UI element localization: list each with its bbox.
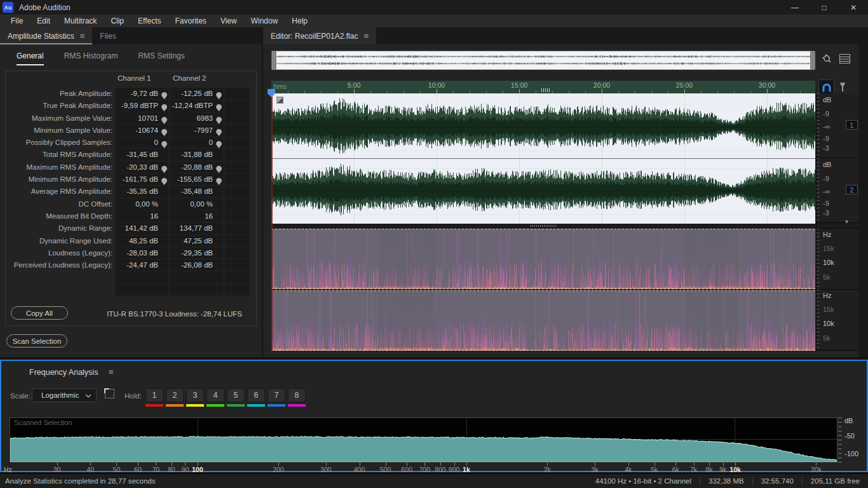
menu-effects[interactable]: Effects <box>131 15 168 27</box>
menu-bar: FileEditMultitrackClipEffectsFavoritesVi… <box>0 15 868 27</box>
stat-row-label: Maximum Sample Value: <box>6 112 112 125</box>
freq-axis-label: 200 <box>273 466 284 473</box>
stat-row-label: DC Offset: <box>6 198 112 210</box>
stat-value: 134,77 dB <box>180 222 213 234</box>
menu-edit[interactable]: Edit <box>30 15 57 27</box>
stat-value-cell-ch1: 0 <box>115 137 170 148</box>
waveform-view-toggle[interactable] <box>818 79 834 94</box>
hold-button-1[interactable]: 1 <box>146 388 163 402</box>
db-axis-label: -100 <box>844 450 858 458</box>
db-scale-unit: dB <box>823 96 831 104</box>
view-options-list-icon[interactable] <box>839 53 850 64</box>
hold-button-8[interactable]: 8 <box>288 388 306 402</box>
panel-menu-icon[interactable]: ≡ <box>80 31 85 41</box>
stat-row-label: Dynamic Range Used: <box>6 235 112 247</box>
minimize-button[interactable]: — <box>780 0 810 15</box>
hold-color-swatch-6 <box>247 404 265 407</box>
right-scrollbar-strip[interactable] <box>859 44 868 357</box>
status-free-space: 205,11 GB free <box>803 477 868 485</box>
collapse-arrow-icon[interactable]: ▾ <box>845 218 848 225</box>
timeline-tick-label: 25:00 <box>676 81 693 89</box>
freq-axis-label: 50 <box>113 466 121 473</box>
hold-button-5[interactable]: 5 <box>227 388 245 402</box>
waveform-display[interactable] <box>271 93 815 224</box>
timeline-tick-label: 20:00 <box>593 81 610 89</box>
spectral-view-toggle[interactable] <box>837 81 848 93</box>
scan-selection-button[interactable]: Scan Selection <box>6 334 67 348</box>
freq-axis-label: 600 <box>401 466 412 473</box>
frequency-plot-canvas[interactable] <box>10 417 837 463</box>
db-axis-label: -50 <box>844 432 855 440</box>
timeline-tick <box>519 89 520 93</box>
maximize-button[interactable]: □ <box>810 0 839 15</box>
freq-axis-label: 1k <box>463 466 470 473</box>
stat-row-label: Minimum RMS Amplitude: <box>6 173 112 186</box>
marquee-selection-icon[interactable] <box>105 389 114 398</box>
freq-axis-label: 500 <box>380 466 391 473</box>
stat-value: -31,88 dB <box>181 149 213 160</box>
timeline-tick-label: 5:00 <box>348 81 360 89</box>
menu-clip[interactable]: Clip <box>104 15 131 27</box>
menu-multitrack[interactable]: Multitrack <box>57 15 104 27</box>
frequency-panel-menu-icon[interactable]: ≡ <box>109 367 114 377</box>
tab-amplitude-statistics[interactable]: Amplitude Statistics ≡ <box>0 27 92 44</box>
stat-value-cell-ch2: -12,24 dBTP <box>170 100 224 111</box>
freq-axis-label: 3k <box>591 466 598 473</box>
stat-row: Total RMS Amplitude:-31,45 dB-31,88 dB <box>6 149 256 161</box>
stat-row-label: Maximum RMS Amplitude: <box>6 161 112 173</box>
hold-button-6[interactable]: 6 <box>247 388 265 402</box>
hz-scale-label: 15k <box>823 306 834 313</box>
menu-file[interactable]: File <box>4 15 30 27</box>
menu-view[interactable]: View <box>214 15 244 27</box>
hold-button-3[interactable]: 3 <box>186 388 204 402</box>
spectrogram-channel-1[interactable] <box>271 229 815 289</box>
menu-window[interactable]: Window <box>244 15 285 27</box>
stat-value-cell-ch1: -35,35 dB <box>115 186 170 197</box>
hold-button-4[interactable]: 4 <box>207 388 224 402</box>
stat-value-cell-ch1: -28,03 dB <box>115 247 170 259</box>
tab-general[interactable]: General <box>17 51 44 65</box>
stat-value-cell-ch1: 141,42 dB <box>115 222 170 234</box>
stat-row: Maximum Sample Value:107016983 <box>6 112 256 125</box>
tab-rms-settings[interactable]: RMS Settings <box>138 51 184 65</box>
tab-files[interactable]: Files <box>92 27 123 44</box>
freq-axis-label: 300 <box>320 466 332 473</box>
stat-value-cell-ch1: -10674 <box>115 125 170 136</box>
hold-color-swatch-2 <box>166 404 184 407</box>
status-audio-format: 44100 Hz • 16-bit • 2 Channel <box>587 477 700 485</box>
close-button[interactable]: ✕ <box>839 0 868 15</box>
view-splitter[interactable] <box>271 224 815 229</box>
spectrogram-channel-2[interactable] <box>271 290 815 351</box>
freq-axis-label: 900 <box>449 466 460 473</box>
status-bar: Analyze Statistics completed in 28,77 se… <box>0 473 868 488</box>
scale-dropdown[interactable]: Logarithmic <box>32 388 97 402</box>
selection-corner-icon[interactable] <box>276 97 283 104</box>
tab-editor-file[interactable]: Editor: RecoilEP01A2.flac ≡ <box>263 27 376 44</box>
overview-waveform-canvas <box>276 51 810 69</box>
freq-axis-label: 400 <box>354 466 365 473</box>
chevron-down-icon <box>85 394 92 398</box>
stat-value-cell-ch1: 16 <box>115 210 170 222</box>
stat-value-cell-ch2: -7997 <box>170 125 224 136</box>
stat-value: -12,25 dB <box>181 88 213 99</box>
menu-help[interactable]: Help <box>285 15 315 27</box>
tab-rms-histogram[interactable]: RMS Histogram <box>64 51 118 65</box>
stat-row: Minimum Sample Value:-10674-7997 <box>6 125 256 137</box>
stat-value: 141,42 dB <box>125 222 158 234</box>
hold-button-7[interactable]: 7 <box>268 388 285 402</box>
menu-favorites[interactable]: Favorites <box>168 15 214 27</box>
stat-row-label: Minimum Sample Value: <box>6 125 112 137</box>
editor-panel-menu-icon[interactable]: ≡ <box>363 31 369 41</box>
channel-badge-2[interactable]: 2 <box>846 185 858 194</box>
stat-value-cell-ch1: 10701 <box>115 112 170 124</box>
hold-button-2[interactable]: 2 <box>166 388 184 402</box>
stat-row: Loudness (Legacy):-28,03 dB-29,35 dB <box>6 247 256 259</box>
overview-right-handle[interactable] <box>810 51 815 70</box>
overview-left-handle[interactable] <box>271 51 276 70</box>
stat-row: Maximum RMS Amplitude:-20,33 dB-20,88 dB <box>6 161 256 173</box>
waveform-overview-bar[interactable] <box>271 51 815 70</box>
channel-badge-1[interactable]: 1 <box>846 120 858 130</box>
zoom-navigate-icon[interactable] <box>821 53 834 65</box>
copy-all-button[interactable]: Copy All <box>11 306 68 320</box>
stat-value: -29,35 dB <box>181 247 213 259</box>
